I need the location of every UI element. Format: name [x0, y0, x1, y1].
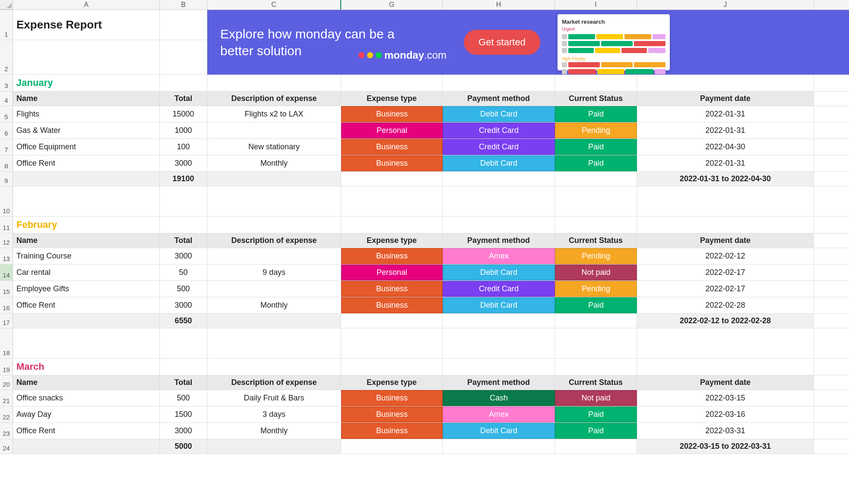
cell[interactable]: [443, 439, 555, 454]
cell[interactable]: [207, 217, 341, 233]
cell-payment-method[interactable]: Credit Card: [443, 281, 555, 297]
cell[interactable]: [207, 359, 341, 375]
cell[interactable]: [207, 439, 341, 454]
header-pdate[interactable]: Payment date: [637, 91, 814, 106]
row-number[interactable]: 21: [0, 390, 13, 406]
row-number[interactable]: 22: [0, 406, 13, 422]
cell[interactable]: [13, 40, 160, 74]
cell-status[interactable]: Paid: [555, 423, 637, 439]
row-number[interactable]: 16: [0, 297, 13, 313]
row-number[interactable]: 14: [0, 265, 13, 280]
cell[interactable]: [443, 186, 555, 216]
cell-status[interactable]: Paid: [555, 406, 637, 422]
cell[interactable]: [341, 439, 443, 454]
row-number[interactable]: 2: [0, 40, 13, 74]
header-total[interactable]: Total: [160, 91, 207, 106]
cell[interactable]: [443, 359, 555, 375]
cell[interactable]: [160, 186, 207, 216]
row-number[interactable]: 3: [0, 75, 13, 91]
page-title[interactable]: Expense Report: [13, 10, 160, 40]
cell[interactable]: [13, 439, 160, 454]
cell[interactable]: [443, 314, 555, 328]
cell-name[interactable]: Away Day: [13, 406, 160, 422]
row-number[interactable]: 5: [0, 106, 13, 122]
cell-name[interactable]: Office Equipment: [13, 139, 160, 155]
row-number[interactable]: 13: [0, 248, 13, 264]
header-name[interactable]: Name: [13, 233, 160, 248]
cell[interactable]: [160, 328, 207, 358]
cell[interactable]: [637, 75, 814, 91]
cell[interactable]: [637, 217, 814, 233]
row-number[interactable]: 12: [0, 233, 13, 248]
row-number[interactable]: 24: [0, 439, 13, 454]
cell[interactable]: [341, 217, 443, 233]
cell-payment-method[interactable]: Amex: [443, 406, 555, 422]
cell-payment-date[interactable]: 2022-04-30: [637, 139, 814, 155]
cell-name[interactable]: Office Rent: [13, 155, 160, 171]
cell-payment-date[interactable]: 2022-03-31: [637, 423, 814, 439]
month-label[interactable]: January: [13, 75, 160, 91]
col-header-A[interactable]: A: [13, 0, 160, 9]
cell-payment-method[interactable]: Cash: [443, 390, 555, 406]
cell[interactable]: [13, 328, 160, 358]
cell[interactable]: [341, 328, 443, 358]
header-pmethod[interactable]: Payment method: [443, 375, 555, 390]
cell-desc[interactable]: [207, 248, 341, 264]
cell-status[interactable]: Not paid: [555, 265, 637, 280]
cell[interactable]: [160, 217, 207, 233]
cell-status[interactable]: Paid: [555, 106, 637, 122]
cell-payment-date[interactable]: 2022-02-17: [637, 265, 814, 280]
select-all-corner[interactable]: [0, 0, 13, 9]
cell-desc[interactable]: [207, 281, 341, 297]
cell[interactable]: [443, 172, 555, 186]
cell-payment-date[interactable]: 2022-03-16: [637, 406, 814, 422]
cell[interactable]: [443, 217, 555, 233]
cell-sum[interactable]: 5000: [160, 439, 207, 454]
cell-total[interactable]: 1500: [160, 406, 207, 422]
cell-total[interactable]: 50: [160, 265, 207, 280]
cell[interactable]: [207, 186, 341, 216]
cell[interactable]: [443, 328, 555, 358]
cell-payment-date[interactable]: 2022-01-31: [637, 106, 814, 122]
row-number[interactable]: 19: [0, 359, 13, 375]
cell-expense-type[interactable]: Personal: [341, 123, 443, 139]
cell-payment-date[interactable]: 2022-01-31: [637, 155, 814, 171]
cell[interactable]: [207, 328, 341, 358]
cell-desc[interactable]: [207, 123, 341, 139]
row-number[interactable]: 7: [0, 139, 13, 155]
cell-total[interactable]: 1000: [160, 123, 207, 139]
row-number[interactable]: 15: [0, 281, 13, 297]
header-total[interactable]: Total: [160, 375, 207, 390]
cell-total[interactable]: 500: [160, 390, 207, 406]
cell[interactable]: [637, 328, 814, 358]
row-number[interactable]: 4: [0, 91, 13, 106]
cell[interactable]: [555, 186, 637, 216]
cell[interactable]: [160, 75, 207, 91]
cell[interactable]: [555, 172, 637, 186]
cell-payment-method[interactable]: Debit Card: [443, 423, 555, 439]
cell[interactable]: [555, 439, 637, 454]
month-label[interactable]: February: [13, 217, 160, 233]
cell-total[interactable]: 100: [160, 139, 207, 155]
header-desc[interactable]: Description of expense: [207, 233, 341, 248]
cell-desc[interactable]: 3 days: [207, 406, 341, 422]
row-number[interactable]: 20: [0, 375, 13, 390]
cell-payment-method[interactable]: Credit Card: [443, 139, 555, 155]
cell-total[interactable]: 3000: [160, 297, 207, 313]
cell-payment-date[interactable]: 2022-03-15: [637, 390, 814, 406]
row-number[interactable]: 9: [0, 172, 13, 186]
cell-name[interactable]: Employee Gifts: [13, 281, 160, 297]
cell-name[interactable]: Training Course: [13, 248, 160, 264]
header-pdate[interactable]: Payment date: [637, 375, 814, 390]
cell-payment-date[interactable]: 2022-02-28: [637, 297, 814, 313]
cell-name[interactable]: Car rental: [13, 265, 160, 280]
cell-expense-type[interactable]: Business: [341, 106, 443, 122]
get-started-button[interactable]: Get started: [464, 30, 540, 55]
cell-payment-method[interactable]: Amex: [443, 248, 555, 264]
cell-payment-date[interactable]: 2022-02-17: [637, 281, 814, 297]
cell-desc[interactable]: New stationary: [207, 139, 341, 155]
cell[interactable]: [160, 10, 207, 40]
row-number[interactable]: 1: [0, 10, 13, 40]
cell-payment-method[interactable]: Debit Card: [443, 106, 555, 122]
cell-sum[interactable]: 6550: [160, 314, 207, 328]
